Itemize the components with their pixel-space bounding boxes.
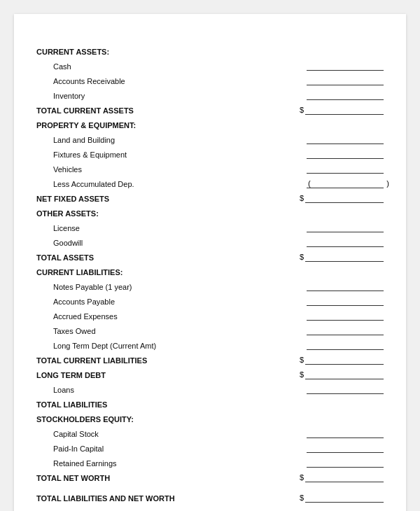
dollar-amount: $ xyxy=(300,105,384,115)
row-label: Vehicles xyxy=(36,165,82,174)
total-row: TOTAL LIABILITIES AND NET WORTH$ xyxy=(36,490,384,503)
input-line xyxy=(307,281,384,291)
line-item: Retained Earnings xyxy=(36,455,384,468)
row-label: Fixtures & Equipment xyxy=(36,150,127,159)
input-line xyxy=(307,340,384,350)
dollar-amount: $ xyxy=(300,493,384,503)
total-row: TOTAL LIABILITIES xyxy=(36,396,384,409)
input-line xyxy=(307,311,384,321)
dollar-sign: $ xyxy=(300,370,304,379)
line-item: Notes Payable (1 year) xyxy=(36,279,384,291)
line-item: Inventory xyxy=(36,88,384,100)
dollar-amount: $ xyxy=(300,355,384,365)
dollar-sign: $ xyxy=(300,106,304,115)
row-label: LONG TERM DEBT xyxy=(36,371,106,379)
input-line xyxy=(307,149,384,159)
section-header: PROPERTY & EQUIPMENT: xyxy=(36,117,384,130)
row-label: Capital Stock xyxy=(36,430,99,438)
row-label: Notes Payable (1 year) xyxy=(36,283,132,291)
input-line xyxy=(307,90,384,100)
dollar-amount: $ xyxy=(300,370,384,379)
row-label: Less Accumulated Dep. xyxy=(36,180,134,188)
row-label: TOTAL LIABILITIES xyxy=(36,400,107,409)
row-label: TOTAL CURRENT LIABILITIES xyxy=(36,356,147,365)
input-line xyxy=(307,458,384,468)
section-header: CURRENT LIABILITIES: xyxy=(36,264,384,276)
input-line xyxy=(307,61,384,71)
row-label: Loans xyxy=(36,386,74,394)
dollar-sign: $ xyxy=(300,473,304,482)
line-item: Long Term Dept (Current Amt) xyxy=(36,337,384,350)
input-line xyxy=(307,223,384,232)
input-line xyxy=(307,326,384,335)
line-item: Taxes Owed xyxy=(36,323,384,335)
row-label: Cash xyxy=(36,62,71,71)
line-item: Accrued Expenses xyxy=(36,308,384,321)
section-header: OTHER ASSETS: xyxy=(36,205,384,218)
dollar-sign: $ xyxy=(300,356,304,365)
row-label: Taxes Owed xyxy=(36,327,96,335)
total-row: TOTAL NET WORTH$ xyxy=(36,470,384,482)
row-label: Accounts Payable xyxy=(36,298,115,306)
input-line xyxy=(307,428,384,438)
row-label: STOCKHOLDERS EQUITY: xyxy=(36,415,134,424)
line-item: Less Accumulated Dep. xyxy=(36,176,384,188)
line-item: Cash xyxy=(36,58,384,71)
row-label: TOTAL CURRENT ASSETS xyxy=(36,106,134,115)
line-item: Loans xyxy=(36,382,384,394)
input-line xyxy=(307,443,384,453)
section-header: STOCKHOLDERS EQUITY: xyxy=(36,411,384,424)
total-row: TOTAL CURRENT LIABILITIES$ xyxy=(36,352,384,365)
balance-sheet-page: CURRENT ASSETS:CashAccounts ReceivableIn… xyxy=(14,14,406,511)
row-label: Paid-In Capital xyxy=(36,444,104,453)
total-row: TOTAL ASSETS$ xyxy=(36,249,384,262)
line-item: Goodwill xyxy=(36,234,384,247)
row-label: CURRENT LIABILITIES: xyxy=(36,268,122,276)
row-label: TOTAL NET WORTH xyxy=(36,474,110,482)
dollar-amount: $ xyxy=(300,472,384,482)
row-label: Retained Earnings xyxy=(36,459,117,468)
total-row: NET FIXED ASSETS$ xyxy=(36,190,384,203)
input-line xyxy=(307,237,384,247)
row-label: CURRENT ASSETS: xyxy=(36,48,109,56)
line-item: Vehicles xyxy=(36,161,384,174)
row-label: Accounts Receivable xyxy=(36,77,125,85)
input-line xyxy=(307,178,384,188)
line-item: Paid-In Capital xyxy=(36,440,384,453)
dollar-sign: $ xyxy=(300,194,304,203)
dollar-amount: $ xyxy=(300,252,384,262)
row-label: PROPERTY & EQUIPMENT: xyxy=(36,121,136,130)
row-label: TOTAL LIABILITIES AND NET WORTH xyxy=(36,494,175,503)
row-label: Long Term Dept (Current Amt) xyxy=(36,342,156,350)
row-label: NET FIXED ASSETS xyxy=(36,195,109,203)
row-label: Land and Building xyxy=(36,136,115,144)
total-row: TOTAL CURRENT ASSETS$ xyxy=(36,102,384,115)
line-item: License xyxy=(36,220,384,232)
input-line xyxy=(307,384,384,394)
section-header: CURRENT ASSETS: xyxy=(36,43,384,56)
input-line xyxy=(307,76,384,85)
input-line xyxy=(307,296,384,306)
dollar-sign: $ xyxy=(300,493,304,503)
dollar-amount: $ xyxy=(300,193,384,203)
line-item: Fixtures & Equipment xyxy=(36,146,384,159)
dollar-sign: $ xyxy=(300,253,304,262)
input-line xyxy=(307,164,384,174)
line-item: Capital Stock xyxy=(36,426,384,438)
row-label: License xyxy=(36,224,80,232)
row-label: Accrued Expenses xyxy=(36,312,118,321)
line-item: Accounts Payable xyxy=(36,293,384,306)
line-item: Accounts Receivable xyxy=(36,73,384,85)
row-label: OTHER ASSETS: xyxy=(36,209,99,218)
input-line xyxy=(307,134,384,144)
line-item: Land and Building xyxy=(36,132,384,144)
row-label: TOTAL ASSETS xyxy=(36,253,94,262)
total-row: LONG TERM DEBT$ xyxy=(36,367,384,379)
row-label: Inventory xyxy=(36,92,85,100)
row-label: Goodwill xyxy=(36,239,83,247)
